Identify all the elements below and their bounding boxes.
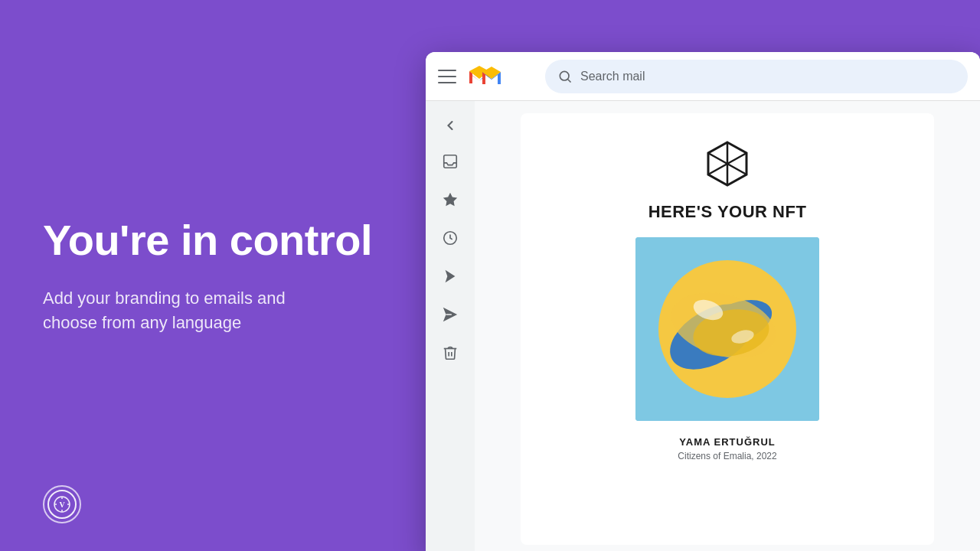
svg-text:V: V xyxy=(59,500,65,509)
nft-image xyxy=(635,237,819,421)
inbox-icon xyxy=(442,153,459,170)
headline: You're in control xyxy=(43,216,395,265)
v-logo-svg: V xyxy=(54,496,70,513)
star-icon xyxy=(442,191,459,208)
email-card: HERE'S YOUR NFT xyxy=(521,113,934,545)
search-placeholder: Search mail xyxy=(580,70,645,83)
svg-point-7 xyxy=(560,71,569,80)
svg-rect-9 xyxy=(444,155,457,168)
svg-line-15 xyxy=(708,153,727,164)
svg-line-16 xyxy=(727,153,746,164)
svg-line-18 xyxy=(727,164,746,174)
v-logo-circle: V xyxy=(43,485,81,523)
svg-line-8 xyxy=(568,79,571,82)
v-logo-inner: V xyxy=(47,490,77,519)
sidebar-icon-sent[interactable] xyxy=(442,306,459,326)
back-arrow-icon xyxy=(443,118,458,133)
email-brand-logo xyxy=(704,141,750,187)
send-icon xyxy=(442,306,459,323)
gmail-window: Search mail xyxy=(426,52,980,551)
clock-icon xyxy=(442,230,459,246)
nav-strip xyxy=(426,101,475,551)
sidebar-icon-inbox[interactable] xyxy=(442,153,459,173)
gmail-body: HERE'S YOUR NFT xyxy=(426,101,980,551)
sidebar-icon-snoozed[interactable] xyxy=(442,230,459,249)
sidebar-icon-starred[interactable] xyxy=(442,191,459,211)
important-icon xyxy=(442,268,459,285)
back-button[interactable] xyxy=(435,110,466,141)
left-panel: You're in control Add your branding to e… xyxy=(43,0,395,551)
nft-artwork xyxy=(635,237,819,421)
gmail-m-logo xyxy=(478,63,505,90)
trash-icon xyxy=(442,344,459,361)
sender-info: YAMA ERTUĞRUL Citizens of Emalia, 2022 xyxy=(678,436,776,461)
svg-line-17 xyxy=(708,164,727,174)
hamburger-menu[interactable] xyxy=(438,70,456,83)
subtext: Add your branding to emails and choose f… xyxy=(43,286,318,335)
brand-logo-bottom: V xyxy=(43,485,81,523)
sidebar-icon-important[interactable] xyxy=(442,268,459,288)
gmail-header: Search mail xyxy=(426,52,980,101)
sidebar-icon-trash[interactable] xyxy=(442,344,459,364)
svg-marker-10 xyxy=(443,193,457,206)
sender-subtitle: Citizens of Emalia, 2022 xyxy=(678,451,776,461)
email-content-area: HERE'S YOUR NFT xyxy=(475,101,980,551)
sender-name: YAMA ERTUĞRUL xyxy=(678,436,776,448)
search-icon xyxy=(557,69,573,84)
search-bar[interactable]: Search mail xyxy=(545,60,968,93)
email-title: HERE'S YOUR NFT xyxy=(648,202,807,222)
